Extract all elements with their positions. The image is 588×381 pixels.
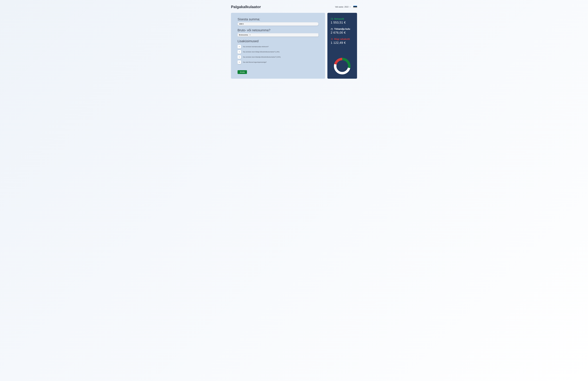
chevron-down-icon — [249, 34, 251, 36]
svg-rect-1 — [332, 19, 333, 19]
chevron-down-icon — [238, 46, 240, 47]
chevron-down-icon — [238, 61, 240, 63]
year-selector-label: Vali aasta: — [335, 6, 344, 8]
state-label: Riigi rahakotti — [334, 38, 350, 41]
calculate-button[interactable]: Arvuta — [238, 70, 247, 74]
list-item: Kas arvestan sisse töötaja töötuskindlus… — [238, 50, 318, 54]
cost-label: Tööandja kulu — [334, 28, 350, 30]
question-text: Kas arvestan tulumaksuvaba miinimumi? — [243, 46, 269, 47]
chevron-down-icon — [238, 51, 240, 53]
piggy-bank-icon — [331, 38, 333, 40]
question-text: Kas arvestan sisse töötaja töötuskindlus… — [243, 51, 279, 53]
cost-value: 2 676,00 € — [331, 31, 354, 34]
amount-input[interactable] — [238, 22, 318, 26]
briefcase-icon — [331, 28, 333, 30]
question-text: Kas arvestan sisse tööandja töötuskindlu… — [243, 56, 281, 58]
net-label: Netopalk — [334, 18, 344, 20]
extras-heading: Lisaküsimused — [238, 39, 318, 43]
distribution-donut-chart — [333, 57, 351, 75]
net-value: 1 553,51 € — [331, 21, 354, 24]
input-panel: Sisesta summa: Bruto- või netosumma? Bru… — [231, 13, 325, 79]
question-toggle[interactable] — [238, 50, 241, 54]
list-item: Kas arvestan tulumaksuvaba miinimumi? — [238, 45, 318, 48]
list-item: Kas oled liitunud kogumispensioniga? — [238, 61, 318, 64]
question-text: Kas oled liitunud kogumispensioniga? — [243, 61, 267, 63]
svg-rect-2 — [331, 29, 333, 30]
type-heading: Bruto- või netosumma? — [238, 28, 318, 32]
state-value: 1 122,49 € — [331, 41, 354, 44]
flag-estonia-icon[interactable] — [353, 6, 357, 8]
question-toggle[interactable] — [238, 55, 241, 59]
sum-type-value: Brutosumma — [239, 34, 248, 36]
chevron-down-icon — [349, 6, 351, 8]
wallet-icon — [331, 18, 333, 20]
year-selector[interactable]: Vali aasta: 2022 — [335, 6, 351, 8]
question-toggle[interactable] — [238, 61, 241, 64]
results-panel: Netopalk 1 553,51 € Tööandja kulu 2 676,… — [327, 13, 357, 79]
sum-heading: Sisesta summa: — [238, 18, 318, 21]
extras-list: Kas arvestan tulumaksuvaba miinimumi? Ka… — [238, 45, 318, 66]
page-title: Palgakalkulaator — [231, 5, 261, 9]
list-item: Kas arvestan sisse tööandja töötuskindlu… — [238, 55, 318, 59]
sum-type-select[interactable]: Brutosumma — [238, 33, 318, 37]
question-toggle[interactable] — [238, 45, 241, 48]
year-selector-value: 2022 — [344, 6, 349, 8]
chevron-down-icon — [238, 56, 240, 58]
